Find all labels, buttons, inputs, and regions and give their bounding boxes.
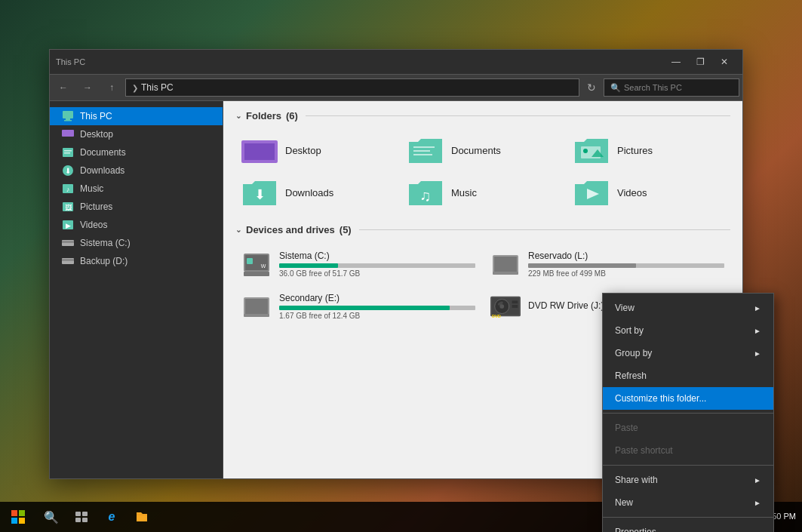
up-button[interactable]: ↑ (101, 77, 122, 98)
back-button[interactable]: ← (53, 77, 74, 98)
hdd-l-device-icon (490, 251, 521, 278)
ctx-properties-label: Properties (615, 527, 656, 532)
device-e-info: Secondary (E:) 1.67 GB free of 12.4 GB (279, 293, 475, 320)
dvd-j-device-icon: DVD (490, 293, 521, 320)
folder-item-music[interactable]: ♫ Music (401, 173, 564, 212)
close-button[interactable]: ✕ (712, 50, 736, 74)
svg-text:♪: ♪ (66, 186, 70, 193)
sidebar-item-systemc[interactable]: Sistema (C:) (50, 234, 223, 252)
device-item-c[interactable]: W Sistema (C:) 36.0 GB free of 51.7 GB (235, 244, 481, 284)
pictures-icon: 🖼 (62, 201, 74, 213)
device-item-l[interactable]: Reservado (L:) 229 MB free of 499 MB (484, 244, 730, 284)
svg-rect-50 (19, 510, 25, 516)
folder-item-downloads[interactable]: ⬇ Downloads (235, 173, 398, 212)
svg-rect-0 (63, 111, 73, 118)
devices-divider (359, 229, 730, 230)
music-folder-label: Music (451, 187, 477, 198)
sidebar-item-thispc[interactable]: This PC (50, 107, 223, 125)
ctx-properties[interactable]: Properties (603, 521, 773, 532)
ctx-separator-3 (603, 517, 773, 518)
search-icon: 🔍 (610, 83, 621, 93)
ctx-sortby-label: Sort by (615, 325, 644, 336)
videos-folder-label: Videos (617, 187, 647, 198)
sidebar-item-documents[interactable]: Documents (50, 143, 223, 161)
sidebar-item-music[interactable]: ♪ Music (50, 180, 223, 198)
minimize-button[interactable]: — (664, 50, 688, 74)
ctx-customize[interactable]: Customize this folder... (603, 387, 773, 410)
taskbar-explorer-button[interactable] (127, 502, 157, 532)
svg-rect-32 (244, 272, 269, 276)
music-folder-icon: ♫ (407, 177, 444, 208)
address-text: This PC (141, 82, 174, 93)
device-item-e[interactable]: Secondary (E:) 1.67 GB free of 12.4 GB (235, 287, 481, 326)
sidebar-item-desktop[interactable]: Desktop (50, 125, 223, 143)
sidebar-videos-label: Videos (80, 220, 107, 230)
sidebar-documents-label: Documents (80, 147, 126, 158)
window-title-text: This PC (56, 57, 85, 66)
taskbar-taskview-button[interactable] (66, 502, 97, 532)
hdd-c-icon (62, 237, 74, 249)
taskbar-search-button[interactable]: 🔍 (36, 502, 66, 532)
svg-rect-52 (19, 518, 25, 524)
ctx-group-by[interactable]: Group by ► (603, 342, 773, 364)
desktop-icon (62, 128, 74, 140)
ctx-customize-label: Customize this folder... (615, 393, 706, 404)
svg-rect-49 (11, 510, 17, 516)
sidebar-backupd-label: Backup (D:) (80, 256, 128, 266)
sidebar-item-downloads[interactable]: ⬇ Downloads (50, 161, 223, 180)
device-c-name: Sistema (C:) (279, 251, 475, 261)
search-box[interactable]: 🔍 Search This PC (604, 78, 739, 97)
sidebar-music-label: Music (80, 183, 103, 194)
address-separator: ❯ (132, 84, 138, 92)
desktop-folder-label: Desktop (285, 145, 321, 156)
svg-rect-56 (82, 518, 88, 522)
devices-chevron[interactable]: ⌄ (235, 226, 241, 234)
folder-item-videos[interactable]: Videos (567, 173, 730, 212)
ctx-new-label: New (615, 497, 633, 508)
title-bar-controls: — ❐ ✕ (664, 50, 736, 74)
svg-rect-36 (494, 257, 517, 272)
restore-button[interactable]: ❐ (688, 50, 712, 74)
device-l-info: Reservado (L:) 229 MB free of 499 MB (528, 251, 724, 278)
ctx-refresh[interactable]: Refresh (603, 364, 773, 387)
folder-item-pictures[interactable]: Pictures (567, 131, 730, 170)
sidebar-item-pictures[interactable]: 🖼 Pictures (50, 198, 223, 216)
sidebar-item-videos[interactable]: ▶ Videos (50, 216, 223, 234)
svg-text:⬇: ⬇ (65, 167, 71, 175)
downloads-folder-label: Downloads (285, 187, 333, 198)
sidebar-item-backupd[interactable]: Backup (D:) (50, 252, 223, 270)
folders-chevron[interactable]: ⌄ (235, 112, 241, 120)
svg-rect-43 (512, 300, 518, 303)
downloads-folder-icon: ⬇ (241, 177, 278, 208)
taskbar-ie-button[interactable]: e (97, 502, 127, 532)
svg-rect-51 (11, 518, 17, 524)
hdd-e-device-icon (241, 293, 272, 320)
ctx-sort-by[interactable]: Sort by ► (603, 319, 773, 342)
svg-rect-1 (66, 118, 70, 120)
ctx-share-with[interactable]: Share with ► (603, 469, 773, 491)
svg-rect-6 (64, 152, 70, 154)
ctx-paste-shortcut: Paste shortcut (603, 439, 773, 462)
documents-folder-label: Documents (451, 145, 501, 156)
ctx-new-arrow: ► (754, 499, 761, 507)
address-field[interactable]: ❯ This PC (125, 78, 579, 97)
svg-rect-3 (62, 130, 74, 137)
devices-count: (5) (340, 224, 352, 235)
folder-item-desktop[interactable]: Desktop (235, 131, 398, 170)
sidebar-pictures-label: Pictures (80, 201, 112, 212)
devices-title: Devices and drives (246, 224, 335, 235)
forward-button[interactable]: → (77, 77, 98, 98)
svg-rect-18 (62, 259, 74, 261)
device-e-bar-fill (279, 306, 450, 310)
ctx-paste: Paste (603, 417, 773, 439)
videos-folder-icon (573, 177, 610, 208)
videos-icon: ▶ (62, 219, 74, 231)
start-button[interactable] (0, 502, 36, 532)
title-bar: This PC — ❐ ✕ (50, 50, 742, 74)
ctx-new[interactable]: New ► (603, 491, 773, 514)
refresh-button[interactable]: ↻ (582, 78, 601, 97)
svg-rect-33 (247, 258, 253, 264)
ctx-view[interactable]: View ► (603, 297, 773, 319)
device-c-info: Sistema (C:) 36.0 GB free of 51.7 GB (279, 251, 475, 278)
folder-item-documents[interactable]: Documents (401, 131, 564, 170)
